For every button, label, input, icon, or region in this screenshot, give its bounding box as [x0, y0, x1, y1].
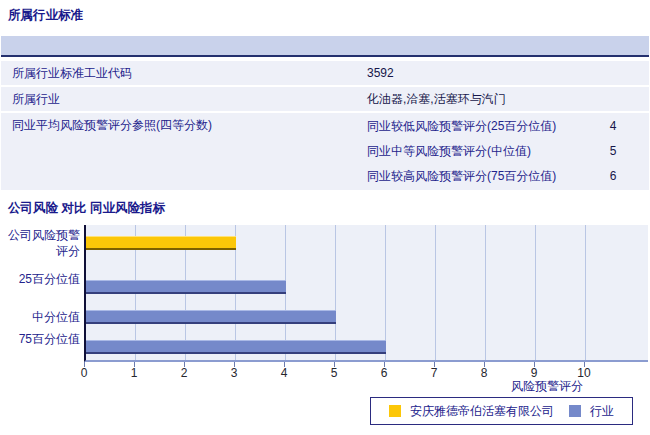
legend-company-label: 安庆雅德帝伯活塞有限公司 [410, 403, 554, 420]
x-tick-label: 3 [219, 366, 249, 380]
quartile-label: 同业较高风险预警评分(75百分位值) [367, 164, 556, 189]
gridline [485, 225, 486, 360]
chart-bar-company [86, 236, 236, 250]
x-tick-label: 5 [319, 366, 349, 380]
row-label: 同业平均风险预警评分参照(四等分数) [12, 113, 212, 138]
quartile-label: 同业中等风险预警评分(中位值) [367, 139, 531, 164]
legend-industry-swatch [569, 405, 581, 417]
quartile-value: 6 [599, 164, 627, 189]
table-row-peer-reference: 同业平均风险预警评分参照(四等分数) 同业较低风险预警评分(25百分位值) 4 … [1, 113, 649, 190]
x-tick-label: 4 [269, 366, 299, 380]
category-label: 25百分位值 [2, 271, 80, 287]
row-value: 化油器,洽塞,活塞环与汽门 [367, 87, 506, 111]
chart-bar-industry [86, 280, 286, 294]
row-label: 所属行业标准工业代码 [12, 61, 132, 85]
x-axis-label: 风险预警评分 [423, 378, 583, 395]
category-label: 75百分位值 [2, 331, 80, 347]
chart-bar-industry [86, 310, 336, 324]
gridline [535, 225, 536, 360]
report-page: 所属行业标准 所属行业标准工业代码 3592 所属行业 化油器,洽塞,活塞环与汽… [0, 0, 650, 435]
table-header-band [1, 36, 649, 57]
chart-bar-industry [86, 340, 386, 354]
row-label: 所属行业 [12, 87, 60, 111]
table-row-industry-code: 所属行业标准工业代码 3592 [1, 61, 649, 85]
x-tick-label: 0 [69, 366, 99, 380]
gridline [435, 225, 436, 360]
category-label: 公司风险预警评分 [2, 227, 80, 259]
legend-industry-label: 行业 [590, 403, 614, 420]
category-label: 中分位值 [2, 309, 80, 325]
risk-bar-chart-plot [84, 225, 648, 362]
x-tick-label: 6 [369, 366, 399, 380]
comparison-section-title: 公司风险 对比 同业风险指标 [8, 200, 165, 217]
row-value: 3592 [367, 61, 394, 85]
quartile-row-low: 同业较低风险预警评分(25百分位值) 4 [367, 114, 647, 139]
table-row-industry: 所属行业 化油器,洽塞,活塞环与汽门 [1, 87, 649, 111]
gridline [585, 225, 586, 360]
x-tick-label: 1 [119, 366, 149, 380]
quartile-value: 4 [599, 114, 627, 139]
quartile-label: 同业较低风险预警评分(25百分位值) [367, 114, 556, 139]
quartile-row-median: 同业中等风险预警评分(中位值) 5 [367, 139, 647, 164]
x-tick-label: 2 [169, 366, 199, 380]
legend-company-swatch [389, 405, 401, 417]
industry-standard-section-title: 所属行业标准 [8, 7, 83, 24]
quartile-value: 5 [599, 139, 627, 164]
quartile-row-high: 同业较高风险预警评分(75百分位值) 6 [367, 164, 647, 189]
chart-legend: 安庆雅德帝伯活塞有限公司 行业 [370, 397, 633, 425]
